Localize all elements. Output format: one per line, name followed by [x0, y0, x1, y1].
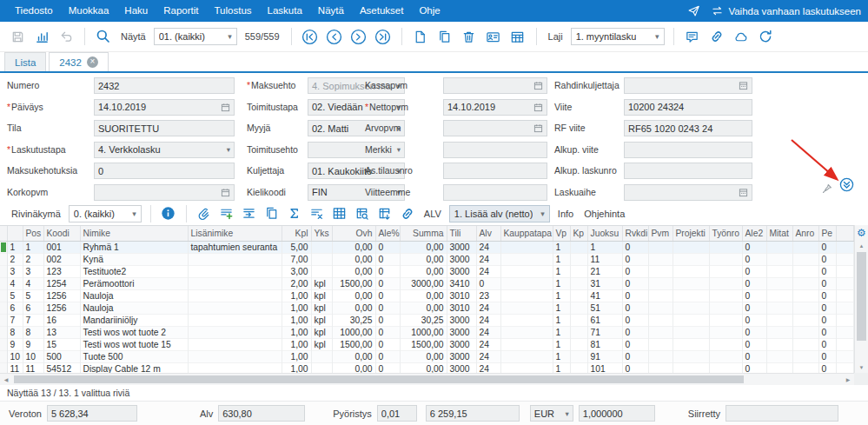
cell-summa[interactable]: 3000,00 [400, 277, 447, 289]
cell-ale[interactable]: 0 [375, 277, 400, 289]
column-header-rownum[interactable] [7, 226, 23, 241]
last-record-icon[interactable] [372, 25, 394, 48]
cell-mitat[interactable] [766, 314, 792, 326]
column-header-projekti[interactable]: Projekti [673, 226, 709, 241]
cell-pe[interactable]: 0 [818, 314, 836, 326]
laskuaihe-field[interactable] [624, 184, 752, 201]
veroton-input[interactable]: 5 628,34 [47, 405, 137, 422]
cell-tyonro[interactable] [709, 350, 742, 362]
cell-juoksu[interactable]: 41 [587, 289, 622, 302]
cell-kauppatapa[interactable] [500, 265, 553, 277]
cell-alv[interactable]: 23 [476, 289, 500, 302]
cell-lisanimike[interactable] [188, 302, 282, 314]
table-row[interactable]: 7716Mandariiniöljy1,00kpl30,25030,253000… [0, 314, 854, 326]
table-row[interactable]: 9915Testi wos wot tuote 151,00kpl1500,00… [0, 338, 854, 350]
cell-lisanimike[interactable] [188, 289, 282, 302]
cell-rownum[interactable]: 5 [7, 289, 23, 302]
table-row[interactable]: 8813Testi wos wot tuote 21,00kpl1000,000… [0, 326, 854, 338]
reference-price-toggle[interactable]: Ohjehinta [584, 209, 625, 219]
cell-pvm[interactable] [648, 338, 673, 350]
cell-summa[interactable]: 0,00 [400, 265, 447, 277]
alkup-viite-field[interactable] [624, 142, 752, 158]
info-icon[interactable] [158, 204, 179, 223]
cell-kpl[interactable]: 1,00 [282, 338, 311, 350]
cell-kauppatapa[interactable] [500, 350, 553, 362]
cell-juoksu[interactable]: 61 [587, 314, 622, 326]
column-header-yks[interactable]: Yks [311, 226, 332, 241]
cell-rvkdi[interactable]: 0 [622, 314, 648, 326]
cell-rvkdi[interactable]: 0 [622, 338, 648, 350]
cell-nimike[interactable]: Perämoottori [80, 277, 188, 289]
cell-kp[interactable] [570, 302, 587, 314]
close-tab-icon[interactable]: × [87, 56, 98, 68]
cell-yks[interactable]: kpl [311, 314, 332, 326]
cell-kpl[interactable]: 1,00 [282, 326, 311, 338]
cell-kpl[interactable]: 1,00 [282, 289, 311, 302]
cell-yks[interactable] [311, 350, 332, 362]
cell-anro[interactable] [792, 302, 818, 314]
cell-mitat[interactable] [766, 302, 792, 314]
cell-anro[interactable] [792, 277, 818, 289]
cell-alv[interactable]: 24 [476, 362, 500, 373]
column-header-ovh[interactable]: Ovh [332, 226, 375, 241]
vertical-scroll-thumb[interactable] [857, 252, 866, 341]
cell-rvkdi[interactable]: 0 [622, 289, 648, 302]
cell-ale[interactable]: 0 [375, 338, 400, 350]
column-header-nimike[interactable]: Nimike [80, 226, 188, 241]
cell-nimike[interactable]: Testituote2 [80, 265, 188, 277]
cell-koodi[interactable]: 13 [43, 326, 80, 338]
cell-projekti[interactable] [673, 314, 709, 326]
menu-tulostus[interactable]: Tulostus [207, 0, 260, 22]
table-row[interactable]: 661256Nauloja1,00kpl0,0000,0030102415100… [0, 302, 854, 314]
column-header-pos[interactable]: Pos [23, 226, 43, 241]
cell-ovh[interactable]: 0,00 [332, 302, 375, 314]
cell-nimike[interactable]: Testi wos wot tuote 2 [80, 326, 188, 338]
link-icon[interactable] [706, 25, 728, 48]
cell-kp[interactable] [570, 326, 587, 338]
cell-pvm[interactable] [648, 253, 673, 265]
nettopvm-field[interactable]: 14.10.2019 [443, 99, 547, 116]
cell-tyonro[interactable] [709, 253, 742, 265]
column-settings-gear-icon[interactable]: ⚙ [857, 225, 866, 241]
cell-pos[interactable]: 5 [23, 289, 43, 302]
cell-pos[interactable]: 9 [23, 338, 43, 350]
cell-rownum[interactable]: 4 [7, 277, 23, 289]
cell-yks[interactable] [311, 265, 332, 277]
cell-tili[interactable]: 3000 [447, 362, 476, 373]
cell-rvkdi[interactable]: 0 [622, 302, 648, 314]
cell-mitat[interactable] [766, 338, 792, 350]
type-select[interactable]: 1. myyntilasku▾ [571, 28, 665, 45]
cell-mitat[interactable] [766, 265, 792, 277]
cell-lisanimike[interactable] [188, 326, 282, 338]
cell-pe[interactable]: 0 [818, 289, 836, 302]
cell-pvm[interactable] [648, 241, 673, 253]
cell-ale[interactable]: 0 [375, 302, 400, 314]
cell-yks[interactable]: kpl [311, 302, 332, 314]
cell-pos[interactable]: 6 [23, 302, 43, 314]
cell-nimike[interactable]: Nauloja [80, 289, 188, 302]
column-header-ale2[interactable]: Ale2 [742, 226, 766, 241]
cell-pe[interactable]: 0 [818, 326, 836, 338]
cell-ale[interactable]: 0 [375, 253, 400, 265]
cell-ovh[interactable]: 0,00 [332, 362, 375, 373]
insert-row-icon[interactable] [239, 204, 260, 223]
cell-mitat[interactable] [766, 326, 792, 338]
cell-vp[interactable]: 1 [553, 350, 570, 362]
cell-rownum[interactable]: 1 [7, 241, 23, 253]
cell-kp[interactable] [570, 362, 587, 373]
cell-alv[interactable]: 24 [476, 241, 500, 253]
cell-ovh[interactable]: 0,00 [332, 289, 375, 302]
cell-juoksu[interactable]: 51 [587, 302, 622, 314]
cell-pe[interactable]: 0 [818, 265, 836, 277]
scroll-left-arrow[interactable]: ◀ [0, 374, 12, 385]
cell-vp[interactable]: 1 [553, 302, 570, 314]
grid-search-icon[interactable] [352, 204, 373, 223]
table-row[interactable]: 111154512Display Cable 12 m1,000,0000,00… [0, 362, 854, 373]
menu-nayta[interactable]: Näytä [310, 0, 352, 22]
cell-vp[interactable]: 1 [553, 253, 570, 265]
cell-summa[interactable]: 0,00 [400, 362, 447, 373]
cell-kpl[interactable]: 7,00 [282, 253, 311, 265]
cell-summa[interactable]: 0,00 [400, 350, 447, 362]
cell-juoksu[interactable]: 91 [587, 350, 622, 362]
cell-lisanimike[interactable] [188, 314, 282, 326]
